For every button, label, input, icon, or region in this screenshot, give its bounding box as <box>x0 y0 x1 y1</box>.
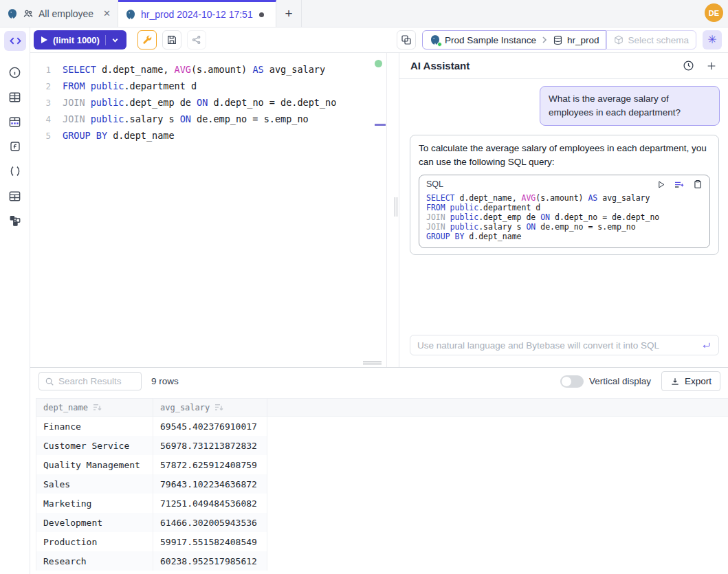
table-cell[interactable]: Customer Service <box>36 436 153 455</box>
left-sidebar <box>0 27 30 574</box>
tab-hr-prod[interactable]: hr_prod 2024-10-12 17:51 <box>118 0 276 27</box>
chevron-down-icon[interactable] <box>111 36 119 44</box>
sidebar-item-views[interactable] <box>0 184 30 208</box>
ai-assistant-header: AI Assistant <box>399 53 728 79</box>
editor-line[interactable]: 3JOIN public.dept_emp de ON d.dept_no = … <box>30 94 399 111</box>
column-header-avg-salary[interactable]: avg_salary <box>153 399 267 416</box>
table-cell[interactable]: Marketing <box>36 494 153 513</box>
sql-code-block: SQL SELECT d.dept_name, AVG(s.amount) <box>419 175 710 248</box>
save-sheet-button[interactable] <box>162 30 181 49</box>
table-row[interactable]: Customer Service56978.731213872832 <box>36 436 267 455</box>
search-results-input[interactable]: Search Results <box>38 372 142 390</box>
status-dot <box>437 42 442 47</box>
sidebar-item-tables[interactable] <box>0 85 30 109</box>
table-cell[interactable]: 60238.952517985612 <box>153 551 267 571</box>
column-header-dept-name[interactable]: dept_name <box>36 399 153 416</box>
table-row[interactable]: Research60238.952517985612 <box>36 551 267 571</box>
sidebar-item-procedures[interactable] <box>0 159 30 184</box>
sql-editor-app: All employee ✕ hr_prod 2024-10-12 17:51 … <box>0 0 728 574</box>
table-row[interactable]: Sales79643.102234636872 <box>36 474 267 494</box>
results-table-header: dept_name avg_salary <box>36 398 728 417</box>
ai-header-icons <box>683 60 717 71</box>
editor-toolbar: (limit 1000) <box>30 27 728 53</box>
table-cell[interactable]: 71251.049484536082 <box>153 494 267 513</box>
tab-label: All employee <box>38 8 93 19</box>
vertical-display-label: Vertical display <box>589 376 651 386</box>
table-cell[interactable]: 79643.102234636872 <box>153 474 267 494</box>
info-icon <box>8 66 21 79</box>
code-line: JOIN public.salary s ON de.emp_no = s.em… <box>426 222 703 232</box>
table-row[interactable]: Development61466.302005943536 <box>36 513 267 532</box>
line-number: 3 <box>30 98 51 108</box>
table-cell[interactable]: Research <box>36 551 153 571</box>
table-cell[interactable]: Sales <box>36 474 153 494</box>
avatar[interactable]: DE <box>705 3 723 22</box>
new-chat-plus-icon[interactable] <box>706 60 717 71</box>
new-tab-button[interactable]: + <box>276 0 302 27</box>
table-cell[interactable]: 57872.625912408759 <box>153 455 267 474</box>
share-icon <box>191 34 202 45</box>
code-line: JOIN public.dept_emp de ON d.dept_no = d… <box>426 212 703 222</box>
sidebar-item-table-data[interactable] <box>0 109 30 134</box>
insert-to-editor-icon[interactable] <box>674 179 685 190</box>
sidebar-item-functions[interactable] <box>0 134 30 159</box>
code-language-label: SQL <box>426 179 657 189</box>
sidebar-icon-list <box>0 60 30 233</box>
table-cell[interactable]: 56978.731213872832 <box>153 436 267 455</box>
return-icon[interactable] <box>701 340 712 351</box>
table-cell[interactable]: 59917.551582408549 <box>153 532 267 551</box>
editor-line[interactable]: 2FROM public.department d <box>30 78 399 94</box>
schema-selector[interactable]: Select schema <box>606 30 696 49</box>
wrench-icon <box>142 34 153 45</box>
row-count: 9 rows <box>151 376 179 386</box>
ai-input-placeholder: Use natural language and Bytebase will c… <box>417 340 701 351</box>
export-button[interactable]: Export <box>661 371 720 391</box>
tab-all-employee[interactable]: All employee ✕ <box>0 0 118 27</box>
close-icon[interactable]: ✕ <box>103 8 111 19</box>
copy-code-icon[interactable] <box>693 179 703 189</box>
sql-editor-nav-button[interactable] <box>4 31 26 51</box>
editor-line[interactable]: 4JOIN public.salary s ON de.emp_no = s.e… <box>30 111 399 127</box>
run-query-button[interactable]: (limit 1000) <box>34 30 126 49</box>
sidebar-item-schema-diagram[interactable] <box>0 208 30 233</box>
scrollbar-cursor-indicator[interactable] <box>375 124 386 126</box>
vertical-resize-handle[interactable] <box>395 197 397 217</box>
function-icon <box>9 140 21 153</box>
sidebar-item-info[interactable] <box>0 60 30 85</box>
table-cell[interactable]: 69545.402376910017 <box>153 417 267 436</box>
tab-label: hr_prod 2024-10-12 17:51 <box>141 9 253 20</box>
share-button[interactable] <box>187 30 206 49</box>
vertical-display-toggle[interactable] <box>560 375 584 388</box>
run-code-icon[interactable] <box>657 180 665 189</box>
table-row[interactable]: Marketing71251.049484536082 <box>36 494 267 513</box>
table-row[interactable]: Production59917.551582408549 <box>36 532 267 551</box>
table-cell[interactable]: Production <box>36 532 153 551</box>
ai-prompt-input[interactable]: Use natural language and Bytebase will c… <box>410 335 719 355</box>
table-cell[interactable]: Development <box>36 513 153 532</box>
sort-icon[interactable] <box>93 404 102 411</box>
table2-icon <box>8 190 21 203</box>
editor-scroll-gutter <box>386 53 387 367</box>
history-clock-icon[interactable] <box>683 60 694 71</box>
table-cell[interactable]: 61466.302005943536 <box>153 513 267 532</box>
instance-database-selector[interactable]: Prod Sample Instance hr_prod <box>422 30 606 49</box>
ai-assistant-button[interactable]: ✳ <box>703 30 722 49</box>
table-cell[interactable]: Finance <box>36 417 153 436</box>
sql-editor[interactable]: 1SELECT d.dept_name, AVG(s.amount) AS av… <box>30 53 399 367</box>
line-number: 2 <box>30 81 51 91</box>
format-sql-button[interactable] <box>137 30 157 49</box>
database-icon <box>553 35 563 45</box>
editor-line[interactable]: 5GROUP BY d.dept_name <box>30 127 399 144</box>
postgresql-icon <box>7 8 18 19</box>
results-table: dept_name avg_salary Finance69545.402376… <box>36 398 728 571</box>
editor-line[interactable]: 1SELECT d.dept_name, AVG(s.amount) AS av… <box>30 61 399 78</box>
line-number: 1 <box>30 65 51 75</box>
button-divider <box>105 35 106 45</box>
table-cell[interactable]: Quality Management <box>36 455 153 474</box>
table-row[interactable]: Finance69545.402376910017 <box>36 417 267 436</box>
horizontal-resize-handle[interactable] <box>363 362 382 364</box>
table-row[interactable]: Quality Management57872.625912408759 <box>36 455 267 474</box>
code-line: GROUP BY d.dept_name <box>426 232 703 241</box>
batch-query-button[interactable] <box>397 30 416 49</box>
sort-icon[interactable] <box>214 404 223 411</box>
